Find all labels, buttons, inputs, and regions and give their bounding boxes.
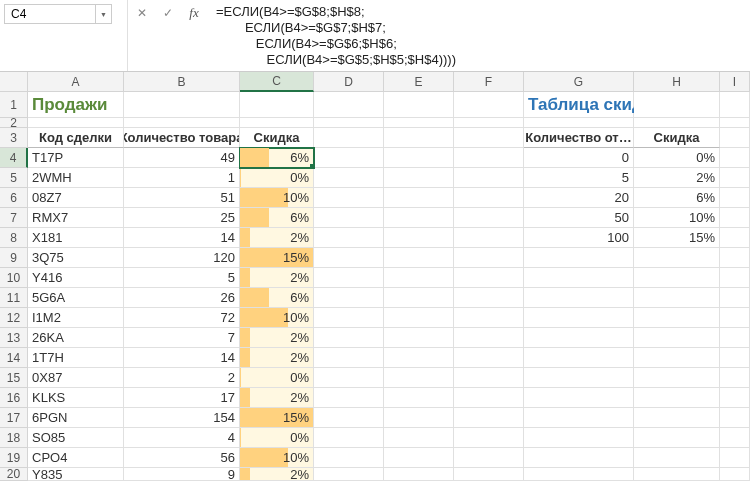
cell-disc[interactable]: 2% (240, 328, 314, 348)
cell-disc[interactable]: 6% (240, 288, 314, 308)
cell[interactable] (124, 92, 240, 118)
cell[interactable] (720, 92, 750, 118)
cell[interactable] (314, 268, 384, 288)
cell[interactable] (454, 228, 524, 248)
spreadsheet-grid[interactable]: A B C D E F G H I 1 Продажи Таблица скид… (0, 72, 750, 481)
cell[interactable] (454, 118, 524, 128)
cell-code[interactable]: 2WMH (28, 168, 124, 188)
cell-code[interactable]: 26KA (28, 328, 124, 348)
cell-qty[interactable]: 2 (124, 368, 240, 388)
cell[interactable] (384, 308, 454, 328)
cell-disc-from[interactable] (524, 248, 634, 268)
cell[interactable] (314, 448, 384, 468)
col-header[interactable]: I (720, 72, 750, 92)
cell-title-discounts[interactable]: Таблица скидок (524, 92, 634, 118)
cell-qty[interactable]: 4 (124, 428, 240, 448)
cell-disc-from[interactable]: 20 (524, 188, 634, 208)
fill-handle[interactable] (310, 164, 314, 168)
row-header[interactable]: 20 (0, 468, 28, 481)
cell-disc-pct[interactable] (634, 408, 720, 428)
cell[interactable] (454, 248, 524, 268)
row-header[interactable]: 10 (0, 268, 28, 288)
cell-disc-pct[interactable] (634, 448, 720, 468)
cell-qty[interactable]: 51 (124, 188, 240, 208)
cell[interactable] (720, 328, 750, 348)
cell[interactable] (454, 92, 524, 118)
cell[interactable] (384, 118, 454, 128)
cell[interactable] (384, 368, 454, 388)
cell[interactable] (314, 428, 384, 448)
cell[interactable] (454, 168, 524, 188)
cell-code[interactable]: 1T7H (28, 348, 124, 368)
cell-disc[interactable]: 2% (240, 388, 314, 408)
cell-disc-from[interactable]: 100 (524, 228, 634, 248)
cell[interactable] (384, 348, 454, 368)
cell[interactable] (314, 148, 384, 168)
cell-disc[interactable]: 10% (240, 308, 314, 328)
cell[interactable] (384, 128, 454, 148)
cell[interactable] (454, 388, 524, 408)
cell-disc-pct[interactable] (634, 308, 720, 328)
cell-code[interactable]: 3Q75 (28, 248, 124, 268)
cell-qty[interactable]: 154 (124, 408, 240, 428)
cell[interactable] (384, 328, 454, 348)
cancel-icon[interactable]: ✕ (134, 4, 150, 22)
cell[interactable] (240, 92, 314, 118)
row-header[interactable]: 13 (0, 328, 28, 348)
cell-qty[interactable]: 14 (124, 228, 240, 248)
cell-code[interactable]: T17P (28, 148, 124, 168)
cell[interactable] (454, 368, 524, 388)
row-header[interactable]: 5 (0, 168, 28, 188)
cell[interactable] (384, 288, 454, 308)
cell-disc-from[interactable]: 50 (524, 208, 634, 228)
cell[interactable] (720, 188, 750, 208)
col-header[interactable]: H (634, 72, 720, 92)
cell[interactable] (720, 118, 750, 128)
fx-icon[interactable]: fx (186, 4, 202, 22)
cell[interactable] (314, 128, 384, 148)
cell[interactable] (384, 248, 454, 268)
cell-code[interactable]: 5G6A (28, 288, 124, 308)
col-header[interactable]: C (240, 72, 314, 92)
cell[interactable] (720, 448, 750, 468)
row-header[interactable]: 2 (0, 118, 28, 128)
row-header[interactable]: 15 (0, 368, 28, 388)
cell-disc-from[interactable] (524, 468, 634, 481)
confirm-icon[interactable]: ✓ (160, 4, 176, 22)
cell-code[interactable]: CPO4 (28, 448, 124, 468)
row-header[interactable]: 7 (0, 208, 28, 228)
cell[interactable] (720, 228, 750, 248)
row-header[interactable]: 9 (0, 248, 28, 268)
cell-qty[interactable]: 9 (124, 468, 240, 481)
cell[interactable] (314, 308, 384, 328)
name-box-input[interactable] (4, 4, 96, 24)
cell[interactable] (454, 328, 524, 348)
cell-disc-pct[interactable] (634, 468, 720, 481)
cell[interactable] (454, 208, 524, 228)
cell[interactable] (314, 388, 384, 408)
cell[interactable] (314, 368, 384, 388)
cell-disc[interactable]: 2% (240, 228, 314, 248)
cell[interactable] (384, 268, 454, 288)
cell-disc-pct[interactable]: 2% (634, 168, 720, 188)
select-all-corner[interactable] (0, 72, 28, 92)
cell[interactable] (720, 428, 750, 448)
cell[interactable] (634, 92, 720, 118)
header-qty-from[interactable]: Количество от… (524, 128, 634, 148)
cell-disc-from[interactable] (524, 448, 634, 468)
cell-disc-pct[interactable] (634, 268, 720, 288)
cell[interactable] (314, 228, 384, 248)
cell[interactable] (454, 148, 524, 168)
cell-disc[interactable]: 0% (240, 428, 314, 448)
cell[interactable] (720, 288, 750, 308)
cell-disc-from[interactable] (524, 348, 634, 368)
cell-disc-from[interactable] (524, 268, 634, 288)
cell[interactable] (720, 388, 750, 408)
row-header[interactable]: 8 (0, 228, 28, 248)
cell[interactable] (314, 92, 384, 118)
row-header[interactable]: 11 (0, 288, 28, 308)
cell-disc-pct[interactable] (634, 348, 720, 368)
cell[interactable] (454, 128, 524, 148)
cell[interactable] (384, 168, 454, 188)
cell[interactable] (240, 118, 314, 128)
